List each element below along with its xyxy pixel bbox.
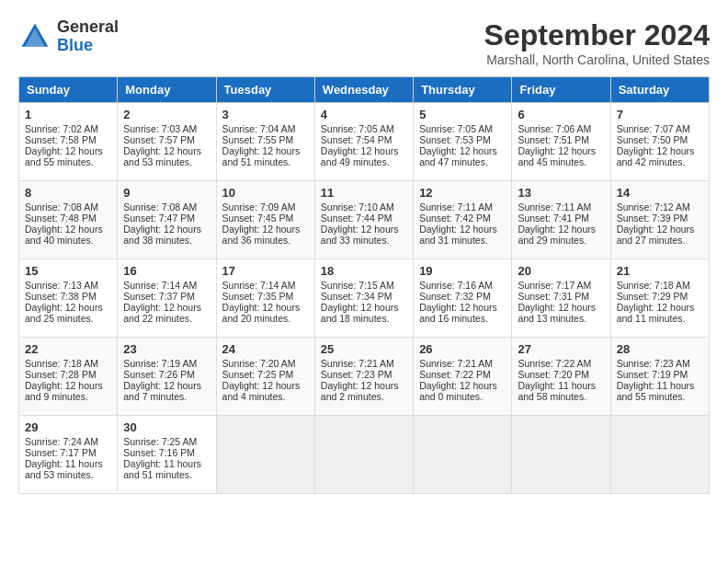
calendar-table: Sunday Monday Tuesday Wednesday Thursday…: [18, 76, 710, 494]
daylight-label: Daylight: 12 hours and 9 minutes.: [25, 380, 103, 402]
sunset-label: Sunset: 7:50 PM: [617, 134, 688, 145]
sunset-label: Sunset: 7:42 PM: [419, 213, 491, 224]
col-tuesday: Tuesday: [216, 77, 314, 103]
daylight-label: Daylight: 12 hours and 0 minutes.: [419, 380, 497, 402]
day-number: 22: [25, 342, 111, 356]
day-number: 28: [617, 342, 703, 356]
daylight-label: Daylight: 12 hours and 25 minutes.: [25, 302, 103, 324]
day-number: 18: [321, 264, 407, 278]
day-number: 24: [222, 342, 309, 356]
sunrise-label: Sunrise: 7:02 AM: [25, 123, 98, 134]
sunrise-label: Sunrise: 7:23 AM: [617, 358, 690, 369]
logo-text: General Blue: [57, 18, 119, 55]
table-row: 3Sunrise: 7:04 AMSunset: 7:55 PMDaylight…: [216, 103, 314, 181]
daylight-label: Daylight: 12 hours and 22 minutes.: [123, 302, 201, 324]
sunset-label: Sunset: 7:39 PM: [617, 213, 688, 224]
sunrise-label: Sunrise: 7:24 AM: [25, 436, 98, 447]
table-row: 12Sunrise: 7:11 AMSunset: 7:42 PMDayligh…: [414, 181, 512, 259]
sunset-label: Sunset: 7:35 PM: [222, 291, 294, 302]
daylight-label: Daylight: 11 hours and 53 minutes.: [25, 458, 103, 480]
table-row: 22Sunrise: 7:18 AMSunset: 7:28 PMDayligh…: [19, 338, 118, 416]
sunrise-label: Sunrise: 7:19 AM: [123, 358, 197, 369]
sunset-label: Sunset: 7:22 PM: [419, 369, 491, 380]
day-number: 13: [518, 186, 604, 200]
day-number: 4: [321, 108, 407, 121]
sunrise-label: Sunrise: 7:03 AM: [123, 123, 197, 134]
sunset-label: Sunset: 7:32 PM: [419, 291, 491, 302]
sunrise-label: Sunrise: 7:11 AM: [518, 201, 591, 213]
daylight-label: Daylight: 12 hours and 51 minutes.: [222, 145, 301, 167]
sunset-label: Sunset: 7:44 PM: [321, 213, 392, 224]
sunrise-label: Sunrise: 7:14 AM: [123, 280, 197, 291]
daylight-label: Daylight: 12 hours and 27 minutes.: [617, 224, 695, 246]
sunrise-label: Sunrise: 7:05 AM: [419, 123, 493, 134]
sunrise-label: Sunrise: 7:17 AM: [518, 280, 591, 291]
day-number: 14: [617, 186, 703, 200]
table-row: 28Sunrise: 7:23 AMSunset: 7:19 PMDayligh…: [610, 338, 709, 416]
title-block: September 2024 Marshall, North Carolina,…: [484, 18, 710, 67]
day-number: 9: [123, 186, 210, 200]
daylight-label: Daylight: 12 hours and 40 minutes.: [25, 224, 103, 246]
daylight-label: Daylight: 12 hours and 55 minutes.: [25, 145, 103, 167]
sunrise-label: Sunrise: 7:18 AM: [617, 280, 690, 291]
month-title: September 2024: [484, 18, 710, 52]
sunrise-label: Sunrise: 7:16 AM: [419, 280, 493, 291]
sunset-label: Sunset: 7:29 PM: [617, 291, 688, 302]
sunrise-label: Sunrise: 7:20 AM: [222, 358, 296, 369]
sunset-label: Sunset: 7:31 PM: [518, 291, 589, 302]
day-number: 20: [518, 264, 604, 278]
sunrise-label: Sunrise: 7:15 AM: [321, 280, 394, 291]
table-row: 10Sunrise: 7:09 AMSunset: 7:45 PMDayligh…: [216, 181, 314, 259]
sunset-label: Sunset: 7:58 PM: [25, 134, 97, 145]
table-row: 18Sunrise: 7:15 AMSunset: 7:34 PMDayligh…: [314, 259, 413, 338]
table-row: [610, 416, 709, 494]
day-number: 16: [123, 264, 210, 278]
col-sunday: Sunday: [19, 77, 118, 103]
table-row: 27Sunrise: 7:22 AMSunset: 7:20 PMDayligh…: [512, 338, 610, 416]
col-monday: Monday: [118, 77, 216, 103]
table-row: 5Sunrise: 7:05 AMSunset: 7:53 PMDaylight…: [414, 103, 512, 181]
sunrise-label: Sunrise: 7:13 AM: [25, 280, 98, 291]
table-row: 30Sunrise: 7:25 AMSunset: 7:16 PMDayligh…: [118, 416, 216, 494]
table-row: [314, 416, 413, 494]
table-row: 25Sunrise: 7:21 AMSunset: 7:23 PMDayligh…: [314, 338, 413, 416]
sunrise-label: Sunrise: 7:07 AM: [617, 123, 690, 134]
daylight-label: Daylight: 12 hours and 29 minutes.: [518, 224, 596, 246]
daylight-label: Daylight: 11 hours and 58 minutes.: [518, 380, 596, 402]
page-header: General Blue September 2024 Marshall, No…: [18, 18, 710, 67]
day-number: 10: [222, 186, 309, 200]
sunset-label: Sunset: 7:53 PM: [419, 134, 491, 145]
sunset-label: Sunset: 7:54 PM: [321, 134, 392, 145]
sunrise-label: Sunrise: 7:05 AM: [321, 123, 394, 134]
table-row: 11Sunrise: 7:10 AMSunset: 7:44 PMDayligh…: [314, 181, 413, 259]
daylight-label: Daylight: 12 hours and 11 minutes.: [617, 302, 695, 324]
col-wednesday: Wednesday: [314, 77, 413, 103]
day-number: 3: [222, 108, 309, 121]
table-row: 4Sunrise: 7:05 AMSunset: 7:54 PMDaylight…: [314, 103, 413, 181]
daylight-label: Daylight: 12 hours and 2 minutes.: [321, 380, 399, 402]
daylight-label: Daylight: 12 hours and 47 minutes.: [419, 145, 497, 167]
day-number: 17: [222, 264, 309, 278]
table-row: 6Sunrise: 7:06 AMSunset: 7:51 PMDaylight…: [512, 103, 610, 181]
sunrise-label: Sunrise: 7:08 AM: [123, 201, 197, 213]
day-number: 11: [321, 186, 407, 200]
col-friday: Friday: [512, 77, 610, 103]
table-row: 20Sunrise: 7:17 AMSunset: 7:31 PMDayligh…: [512, 259, 610, 338]
daylight-label: Daylight: 12 hours and 53 minutes.: [123, 145, 201, 167]
sunrise-label: Sunrise: 7:12 AM: [617, 201, 690, 213]
day-number: 25: [321, 342, 407, 356]
daylight-label: Daylight: 12 hours and 13 minutes.: [518, 302, 596, 324]
sunset-label: Sunset: 7:51 PM: [518, 134, 589, 145]
sunrise-label: Sunrise: 7:22 AM: [518, 358, 591, 369]
daylight-label: Daylight: 11 hours and 51 minutes.: [123, 458, 201, 480]
table-row: 16Sunrise: 7:14 AMSunset: 7:37 PMDayligh…: [118, 259, 216, 338]
sunrise-label: Sunrise: 7:21 AM: [321, 358, 394, 369]
day-number: 5: [419, 108, 506, 121]
daylight-label: Daylight: 12 hours and 18 minutes.: [321, 302, 399, 324]
sunset-label: Sunset: 7:38 PM: [25, 291, 97, 302]
daylight-label: Daylight: 12 hours and 33 minutes.: [321, 224, 399, 246]
logo-icon: [18, 20, 51, 53]
daylight-label: Daylight: 12 hours and 20 minutes.: [222, 302, 301, 324]
sunset-label: Sunset: 7:34 PM: [321, 291, 392, 302]
sunset-label: Sunset: 7:37 PM: [123, 291, 195, 302]
